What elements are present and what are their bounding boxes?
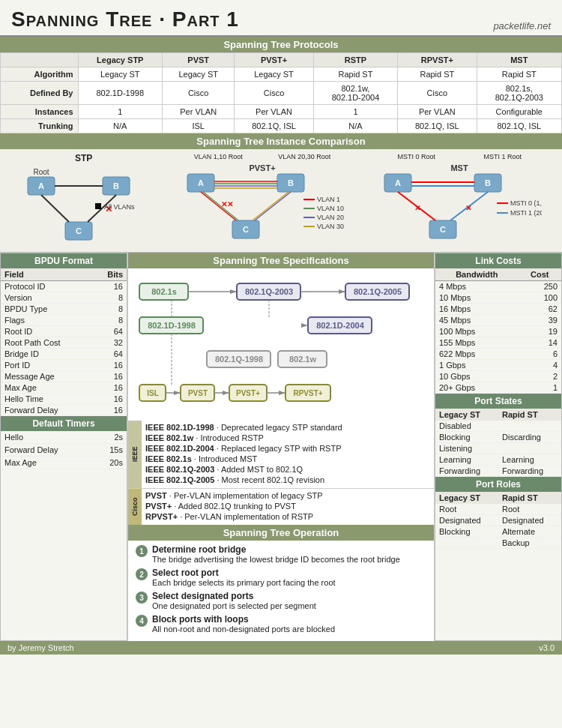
bpdu-field: Root ID xyxy=(1,326,93,337)
port-role-row: DesignatedDesignated xyxy=(435,515,561,526)
footer-author: by Jeremy Stretch xyxy=(7,643,74,652)
timer-row: Max Age20s xyxy=(1,457,127,469)
port-states-table: Legacy ST Rapid ST DisabledBlockingDisca… xyxy=(435,409,561,477)
left-panel: BPDU Format Field Bits Protocol ID16Vers… xyxy=(0,253,127,641)
footer-version: v3.0 xyxy=(539,643,555,652)
link-cost-bw: 622 Mbps xyxy=(435,349,519,360)
table-row: Algorithm Legacy ST Legacy ST Legacy ST … xyxy=(1,67,562,82)
ieee-item-4: IEEE 802.1s · Introduced MST xyxy=(145,454,430,463)
bpdu-row: Bridge ID64 xyxy=(1,349,127,360)
bpdu-col-field: Field xyxy=(1,268,93,281)
table-cell: Legacy ST xyxy=(78,67,163,82)
bpdu-bits: 16 xyxy=(93,371,127,382)
op-desc: Each bridge selects its primary port fac… xyxy=(152,578,336,587)
protocols-col-rpvst: RPVST+ xyxy=(398,53,477,67)
svg-text:A: A xyxy=(395,178,401,187)
svg-text:802.1D-1998: 802.1D-1998 xyxy=(148,321,196,330)
port-role-rapid: Designated xyxy=(498,515,561,526)
table-cell: Per VLAN xyxy=(163,105,235,119)
svg-text:B: B xyxy=(485,178,491,187)
svg-text:VLAN 30: VLAN 30 xyxy=(317,223,344,230)
protocols-section-header: Spanning Tree Protocols xyxy=(0,37,562,52)
svg-text:✕: ✕ xyxy=(414,204,420,212)
link-cost-cost: 19 xyxy=(519,326,562,337)
svg-text:PVST+: PVST+ xyxy=(236,389,260,397)
row-label: Instances xyxy=(1,105,79,119)
timer-name: Hello xyxy=(1,431,94,444)
protocols-col-rstp: RSTP xyxy=(313,53,398,67)
protocols-col-legacy: Legacy STP xyxy=(78,53,163,67)
port-roles-table: Legacy ST Rapid ST RootRootDesignatedDes… xyxy=(435,492,561,549)
timer-row: Forward Delay15s xyxy=(1,444,127,457)
link-cost-bw: 10 Mbps xyxy=(435,292,519,304)
table-row: Defined By 802.1D-1998 Cisco Cisco 802.1… xyxy=(1,82,562,105)
bpdu-field: Port ID xyxy=(1,360,93,371)
op-title: Select root port xyxy=(152,568,336,578)
link-cost-cost: 2 xyxy=(519,371,562,382)
operation-header: Spanning Tree Operation xyxy=(128,525,434,541)
bpdu-bits: 8 xyxy=(93,304,127,315)
timers-header: Default Timers xyxy=(1,416,127,431)
bpdu-row: Root Path Cost32 xyxy=(1,337,127,349)
link-cost-cost: 62 xyxy=(519,304,562,315)
ieee-item-5: IEEE 802.1Q-2003 · Added MST to 802.1Q xyxy=(145,465,430,474)
svg-text:A: A xyxy=(38,181,44,190)
operation-step: 3 Select designated ports One designated… xyxy=(136,591,426,610)
table-row: Instances 1 Per VLAN Per VLAN 1 Per VLAN… xyxy=(1,105,562,119)
table-cell: Configurable xyxy=(477,105,561,119)
operation-step: 4 Block ports with loops All non-root an… xyxy=(136,614,426,634)
link-cost-cost: 4 xyxy=(519,360,562,371)
link-cost-row: 20+ Gbps1 xyxy=(435,382,561,394)
port-state-rapid: Learning xyxy=(498,454,561,466)
table-cell: ISL xyxy=(163,119,235,133)
timer-name: Max Age xyxy=(1,457,94,469)
bpdu-field: Version xyxy=(1,292,93,304)
ieee-item-6: IEEE 802.1Q-2005 · Most recent 802.1Q re… xyxy=(145,475,430,484)
page-header: Spanning Tree · Part 1 packetlife.net xyxy=(0,0,562,37)
pvst-vlan1-label: VLAN 1,10 Root xyxy=(194,153,243,160)
svg-line-26 xyxy=(255,192,291,220)
port-state-legacy: Disabled xyxy=(435,421,498,432)
bpdu-field: Max Age xyxy=(1,382,93,394)
page-footer: by Jeremy Stretch v3.0 xyxy=(0,641,562,655)
op-desc: One designated port is selected per segm… xyxy=(152,601,316,610)
link-cost-bw: 4 Mbps xyxy=(435,281,519,292)
pvst-svg: PVST+ A B C xyxy=(180,162,345,244)
op-num: 4 xyxy=(136,615,148,627)
table-cell: Rapid ST xyxy=(477,67,561,82)
ieee-label: IEEE xyxy=(128,421,142,488)
op-text: Select designated ports One designated p… xyxy=(152,591,316,610)
svg-text:C: C xyxy=(243,225,249,234)
bpdu-bits: 8 xyxy=(93,292,127,304)
port-state-rapid xyxy=(498,443,561,454)
table-cell: 802.1Q, ISL xyxy=(477,119,561,133)
bpdu-row: Hello Time16 xyxy=(1,394,127,405)
port-state-legacy: Blocking xyxy=(435,432,498,443)
table-cell: Rapid ST xyxy=(313,67,398,82)
operation-list: 1 Determine root bridge The bridge adver… xyxy=(128,541,434,641)
mst-svg: MST A B C xyxy=(377,162,542,244)
bpdu-col-bits: Bits xyxy=(93,268,127,281)
svg-text:MSTI 1 (20, 30): MSTI 1 (20, 30) xyxy=(510,209,542,217)
bpdu-field: Hello Time xyxy=(1,394,93,405)
link-cost-row: 45 Mbps39 xyxy=(435,315,561,326)
ieee-item-3: IEEE 802.1D-2004 · Replaced legacy STP w… xyxy=(145,444,430,453)
svg-text:Root: Root xyxy=(33,168,49,176)
op-num: 1 xyxy=(136,545,148,557)
port-roles-header: Port Roles xyxy=(435,477,561,492)
op-num: 3 xyxy=(136,592,148,604)
svg-text:B: B xyxy=(288,178,294,187)
port-state-legacy: Forwarding xyxy=(435,466,498,477)
operation-step: 1 Determine root bridge The bridge adver… xyxy=(136,544,426,564)
row-label: Trunking xyxy=(1,119,79,133)
svg-text:802.1Q-2003: 802.1Q-2003 xyxy=(245,287,293,296)
middle-panel: Spanning Tree Specifications 802.1s 802.… xyxy=(127,253,435,641)
svg-text:B: B xyxy=(113,181,119,190)
link-cost-bw: 45 Mbps xyxy=(435,315,519,326)
bpdu-field: Root Path Cost xyxy=(1,337,93,349)
link-cost-bw: 20+ Gbps xyxy=(435,382,519,394)
table-cell: N/A xyxy=(78,119,163,133)
protocols-col-pvst-plus: PVST+ xyxy=(235,53,313,67)
cisco-item-3: RPVST+ · Per-VLAN implementation of RSTP xyxy=(145,512,430,521)
bpdu-bits: 16 xyxy=(93,360,127,371)
